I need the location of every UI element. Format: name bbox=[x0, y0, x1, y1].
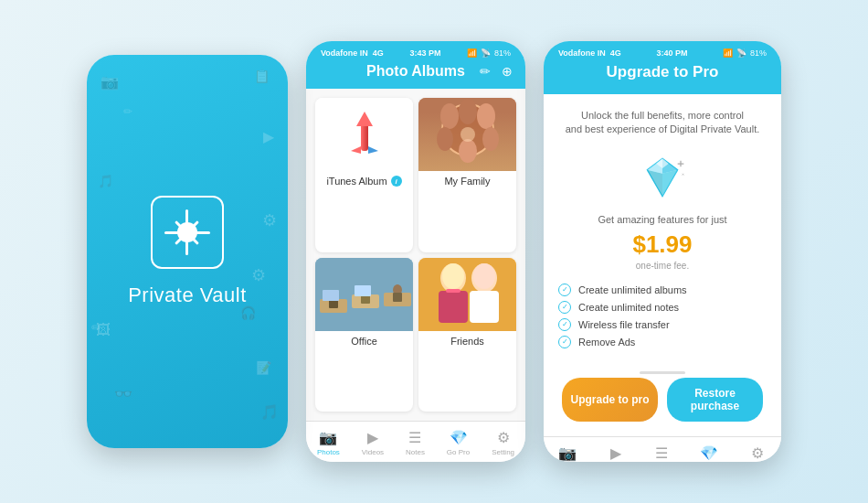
scroll-indicator bbox=[640, 371, 685, 374]
videos-tab-label: Videos bbox=[362, 448, 384, 456]
tab-videos[interactable]: ▶ Videos bbox=[362, 429, 384, 456]
album-grid: iTunes Album i bbox=[306, 89, 525, 421]
upgrade-subtitle: Unlock the full benefits, more controlan… bbox=[566, 109, 760, 137]
battery3-area: 📶 📡 81% bbox=[723, 48, 767, 58]
price-label: $1.99 bbox=[632, 230, 692, 259]
deco-pencil-icon: ✏ bbox=[91, 320, 102, 335]
svg-point-9 bbox=[437, 127, 453, 151]
album-thumb-office bbox=[315, 258, 413, 331]
battery3-label: 81% bbox=[750, 48, 767, 58]
feature-label-3: Wireless file transfer bbox=[578, 319, 670, 330]
gopro-tab-label: Go Pro bbox=[447, 448, 470, 456]
feature-3: Wireless file transfer bbox=[558, 318, 767, 331]
svg-marker-3 bbox=[368, 146, 378, 154]
svg-point-7 bbox=[477, 103, 495, 129]
phone3-upgrade: Vodafone IN 4G 3:40 PM 📶 📡 81% Upgrade t… bbox=[544, 41, 781, 462]
upgrade-title: Upgrade to Pro bbox=[607, 63, 719, 80]
svg-point-10 bbox=[459, 139, 477, 163]
upgrade-header: Upgrade to Pro bbox=[544, 58, 781, 94]
album-office[interactable]: Office bbox=[315, 258, 413, 412]
svg-point-27 bbox=[442, 263, 464, 289]
svg-point-6 bbox=[459, 99, 477, 124]
signal-icon: 📡 bbox=[481, 48, 491, 58]
feature-4: Remove Ads bbox=[558, 336, 767, 348]
header-actions: ✏ ⊕ bbox=[480, 64, 513, 79]
notes-tab-icon: ☰ bbox=[408, 429, 421, 446]
deco-edit-icon: ✏ bbox=[123, 105, 132, 118]
feature-1: Create unlimited albums bbox=[558, 284, 767, 296]
setting-tab-label: Setting bbox=[492, 448, 514, 456]
carrier3-label: Vodafone IN 4G bbox=[558, 48, 621, 58]
info-icon[interactable]: i bbox=[391, 176, 402, 187]
feature-label-1: Create unlimited albums bbox=[578, 284, 687, 295]
phone2-tabbar: 📷 Photos ▶ Videos ☰ Notes 💎 Go Pro ⚙ Set… bbox=[306, 421, 525, 462]
svg-point-5 bbox=[440, 103, 459, 129]
feature-label-4: Remove Ads bbox=[578, 337, 635, 348]
album-label-office: Office bbox=[315, 331, 413, 351]
deco-music2-icon: 🎵 bbox=[260, 403, 279, 421]
deco-glasses-icon: 👓 bbox=[114, 385, 132, 402]
battery-label: 81% bbox=[494, 48, 511, 58]
deco-camera-icon: 📷 bbox=[101, 73, 119, 91]
restore-purchase-button[interactable]: Restore purchase bbox=[667, 378, 763, 422]
svg-rect-26 bbox=[439, 291, 468, 323]
tab-setting[interactable]: ⚙ Setting bbox=[492, 429, 514, 456]
svg-point-11 bbox=[460, 127, 475, 142]
deco-music-icon: 🎵 bbox=[98, 174, 113, 188]
tab3-gopro[interactable]: 💎 Go Pro bbox=[697, 444, 720, 462]
svg-point-30 bbox=[473, 263, 495, 289]
album-family[interactable]: My Family bbox=[418, 98, 516, 252]
photos-tab-icon: 📷 bbox=[319, 429, 337, 446]
deco-copy-icon: 📋 bbox=[254, 69, 270, 83]
time-label: 3:43 PM bbox=[409, 48, 440, 58]
phone1-private-vault: 📷 📋 ✏ ▶ 🎵 ⚙ 🖼 📝 👓 🎧 ⚙ ✏ 🎵 Private Vault bbox=[87, 55, 288, 448]
tab3-videos[interactable]: ▶ Videos bbox=[605, 444, 627, 462]
office-photo bbox=[315, 258, 413, 331]
gopro-tab-icon: 💎 bbox=[450, 429, 468, 446]
edit-icon[interactable]: ✏ bbox=[480, 64, 491, 79]
feature-label-2: Create unlimited notes bbox=[578, 302, 679, 313]
svg-rect-22 bbox=[323, 290, 339, 301]
tab3-photos[interactable]: 📷 Photos bbox=[556, 444, 579, 462]
status-bar-3: Vodafone IN 4G 3:40 PM 📶 📡 81% bbox=[544, 41, 781, 58]
tab3-notes[interactable]: ☰ Notes bbox=[652, 444, 672, 462]
check-icon-2 bbox=[558, 301, 571, 314]
upgrade-button[interactable]: Upgrade to pro bbox=[562, 378, 658, 422]
check-icon-3 bbox=[558, 318, 571, 331]
svg-point-8 bbox=[482, 127, 499, 151]
diamond-icon bbox=[635, 150, 690, 205]
check-icon-4 bbox=[558, 336, 571, 348]
tab-notes[interactable]: ☰ Notes bbox=[406, 429, 425, 456]
phone3-tabbar: 📷 Photos ▶ Videos ☰ Notes 💎 Go Pro ⚙ Set… bbox=[544, 436, 781, 462]
album-label-itunes: iTunes Album i bbox=[315, 171, 413, 191]
album-itunes[interactable]: iTunes Album i bbox=[315, 98, 413, 252]
gopro3-tab-icon: 💎 bbox=[700, 444, 718, 462]
svg-marker-1 bbox=[356, 112, 373, 126]
check-icon-1 bbox=[558, 284, 571, 296]
videos-tab-icon: ▶ bbox=[367, 429, 378, 446]
time3-label: 3:40 PM bbox=[656, 48, 687, 58]
price-note: one-time fee. bbox=[636, 261, 689, 271]
features-list: Create unlimited albums Create unlimited… bbox=[558, 284, 767, 353]
deco-gear2-icon: ⚙ bbox=[251, 265, 266, 285]
album-friends[interactable]: Friends bbox=[418, 258, 516, 412]
header-title: Photo Albums bbox=[366, 63, 465, 80]
vault-icon bbox=[151, 196, 224, 269]
setting-tab-icon: ⚙ bbox=[497, 429, 510, 446]
deco-play-icon: ▶ bbox=[263, 128, 274, 145]
photo-albums-header: Photo Albums ✏ ⊕ bbox=[306, 58, 525, 89]
feature-2: Create unlimited notes bbox=[558, 301, 767, 314]
add-icon[interactable]: ⊕ bbox=[502, 64, 513, 79]
tab3-setting[interactable]: ⚙ Setting bbox=[746, 444, 768, 462]
svg-rect-31 bbox=[446, 289, 460, 293]
tab-photos[interactable]: 📷 Photos bbox=[317, 429, 340, 456]
phone1-content: Private Vault bbox=[128, 196, 247, 307]
deco-note-icon: 📝 bbox=[256, 360, 271, 375]
carrier-label: Vodafone IN 4G bbox=[321, 48, 384, 58]
setting3-tab-icon: ⚙ bbox=[751, 444, 764, 462]
wifi3-icon: 📶 bbox=[723, 48, 733, 58]
tab-gopro[interactable]: 💎 Go Pro bbox=[447, 429, 470, 456]
action-buttons: Upgrade to pro Restore purchase bbox=[558, 378, 767, 422]
status-bar: Vodafone IN 4G 3:43 PM 📶 📡 81% bbox=[306, 41, 525, 58]
photos-tab-label: Photos bbox=[317, 448, 340, 456]
